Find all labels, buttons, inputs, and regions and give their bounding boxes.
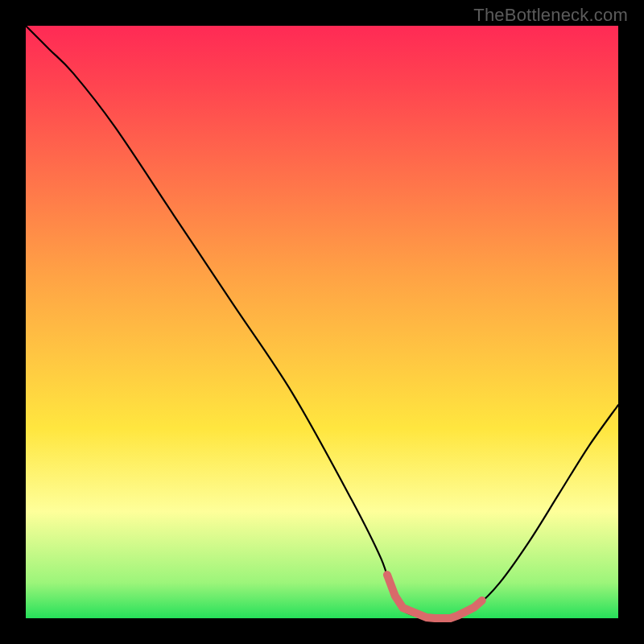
- bottleneck-curve: [26, 26, 618, 620]
- chart-canvas: TheBottleneck.com: [0, 0, 644, 644]
- curve-svg: [26, 26, 618, 618]
- watermark-text: TheBottleneck.com: [473, 5, 628, 26]
- plot-area: [26, 26, 618, 618]
- optimal-range-highlight: [387, 575, 482, 618]
